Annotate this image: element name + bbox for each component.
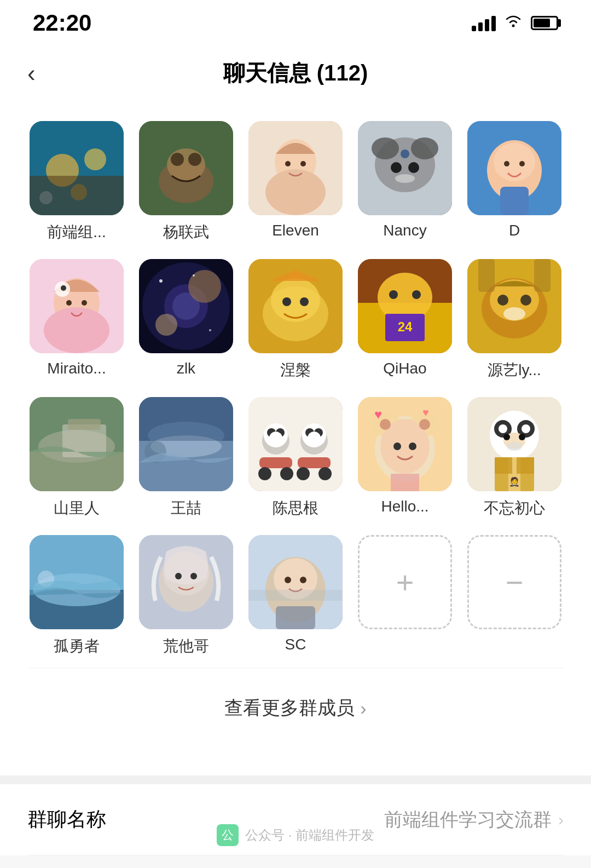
list-item[interactable]: 🤵 不忘初心: [465, 397, 564, 519]
section-divider: [0, 775, 591, 784]
list-item[interactable]: Miraito...: [27, 259, 126, 381]
svg-rect-118: [495, 457, 512, 474]
list-item[interactable]: ♥ ♥ Hello...: [356, 397, 454, 519]
back-button[interactable]: ‹: [27, 60, 36, 87]
list-item[interactable]: 涅槃: [246, 259, 345, 381]
svg-point-28: [504, 161, 509, 166]
svg-point-10: [171, 153, 184, 166]
avatar: [248, 259, 343, 353]
watermark-text: 公众号 · 前端组件开发: [245, 826, 374, 844]
svg-point-37: [82, 300, 87, 306]
svg-text:♥: ♥: [374, 407, 382, 422]
svg-point-93: [297, 467, 310, 480]
member-name: 山里人: [54, 498, 100, 519]
see-more-label: 查看更多群成员: [224, 695, 355, 721]
avatar: [139, 397, 233, 491]
member-name: Nancy: [383, 222, 426, 239]
svg-point-130: [190, 573, 197, 579]
svg-rect-136: [276, 606, 315, 629]
page-title: 聊天信息 (112): [223, 58, 368, 88]
svg-point-56: [412, 290, 421, 299]
svg-point-55: [389, 290, 398, 299]
avatar: [139, 259, 233, 353]
list-item[interactable]: 荒他哥: [137, 535, 235, 657]
svg-point-19: [372, 137, 399, 159]
svg-point-43: [155, 314, 177, 336]
svg-point-110: [499, 424, 507, 433]
svg-point-0: [512, 25, 515, 27]
svg-point-29: [519, 161, 525, 166]
svg-text:♥: ♥: [422, 406, 429, 418]
member-name: 杨联武: [163, 222, 209, 243]
list-item[interactable]: 陈思根: [246, 397, 345, 519]
remove-icon: −: [506, 565, 524, 600]
svg-point-64: [503, 307, 525, 320]
svg-point-134: [285, 577, 291, 583]
list-item[interactable]: Eleven: [246, 121, 345, 243]
svg-point-20: [411, 137, 438, 159]
svg-point-92: [280, 467, 293, 480]
svg-point-21: [391, 162, 402, 173]
group-name-value: 前端组件学习交流群: [384, 807, 552, 832]
svg-point-15: [285, 161, 291, 166]
list-item[interactable]: 杨联武: [137, 121, 235, 243]
svg-rect-90: [298, 457, 331, 468]
status-bar: 22:20: [0, 0, 591, 42]
avatar: [358, 121, 452, 215]
svg-point-62: [497, 295, 508, 306]
avatar: [139, 121, 233, 215]
remove-member-avatar: −: [467, 535, 561, 629]
svg-point-11: [188, 153, 201, 166]
svg-rect-71: [68, 419, 101, 430]
svg-point-50: [282, 297, 291, 306]
svg-point-49: [271, 278, 320, 322]
list-item[interactable]: 孤勇者: [27, 535, 126, 657]
list-item[interactable]: 前端组...: [27, 121, 126, 243]
svg-point-103: [419, 419, 430, 430]
list-item[interactable]: zlk: [137, 259, 235, 381]
svg-point-45: [209, 329, 211, 331]
svg-point-115: [507, 442, 522, 451]
see-more-button[interactable]: 查看更多群成员 ›: [224, 695, 366, 721]
group-name-label: 群聊名称: [27, 806, 106, 833]
list-item[interactable]: 山里人: [27, 397, 126, 519]
avatar: [30, 259, 124, 353]
list-item[interactable]: 王喆: [137, 397, 235, 519]
see-more-section: 查看更多群成员 ›: [27, 668, 564, 754]
svg-rect-66: [534, 259, 551, 292]
avatar: [248, 535, 343, 629]
list-item[interactable]: SC: [246, 535, 345, 657]
avatar: [248, 397, 343, 491]
member-name: D: [509, 222, 520, 239]
svg-point-24: [401, 150, 409, 158]
battery-icon: [531, 16, 558, 30]
list-item[interactable]: 24 QiHao: [356, 259, 454, 381]
page-header: ‹ 聊天信息 (112): [0, 42, 591, 99]
list-item[interactable]: D: [465, 121, 564, 243]
svg-point-3: [84, 148, 106, 170]
svg-rect-30: [500, 187, 529, 215]
avatar: [30, 397, 124, 491]
list-item[interactable]: Nancy: [356, 121, 454, 243]
member-name: 陈思根: [273, 498, 318, 519]
watermark: 公 公众号 · 前端组件开发: [217, 824, 374, 846]
svg-point-22: [408, 162, 419, 173]
group-name-arrow: ›: [558, 810, 564, 829]
avatar: [248, 121, 343, 215]
svg-point-91: [258, 467, 271, 480]
member-name: 涅槃: [280, 360, 311, 381]
svg-point-51: [300, 297, 309, 306]
add-member-item[interactable]: +: [356, 535, 454, 657]
member-name: 王喆: [171, 498, 201, 519]
wifi-icon: [505, 14, 522, 32]
svg-rect-65: [478, 259, 495, 292]
svg-rect-137: [248, 590, 343, 601]
svg-point-44: [159, 279, 163, 283]
remove-member-item[interactable]: −: [465, 535, 564, 657]
svg-rect-119: [517, 457, 534, 474]
svg-point-88: [308, 432, 321, 445]
list-item[interactable]: 源艺ly...: [465, 259, 564, 381]
svg-point-35: [61, 285, 66, 291]
member-name: 荒他哥: [163, 636, 209, 657]
see-more-arrow: ›: [360, 698, 366, 719]
